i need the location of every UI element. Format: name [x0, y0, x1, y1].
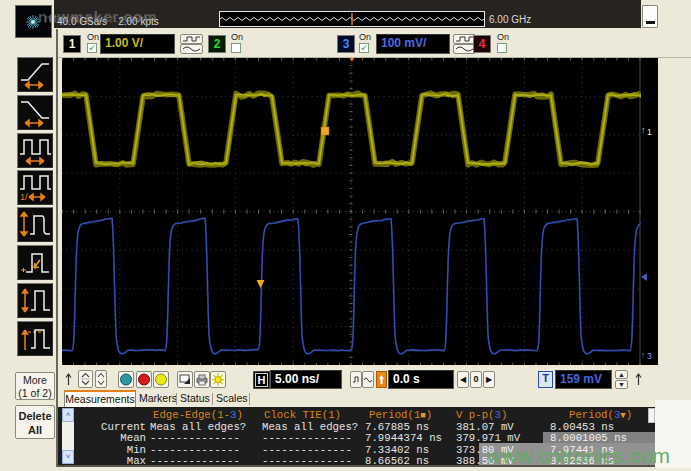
svg-text:↑: ↑: [641, 125, 646, 135]
svg-text:1/: 1/: [20, 192, 28, 202]
svg-text:3: 3: [647, 351, 652, 361]
svg-text:1: 1: [647, 127, 652, 137]
svg-text:↑: ↑: [641, 350, 646, 360]
